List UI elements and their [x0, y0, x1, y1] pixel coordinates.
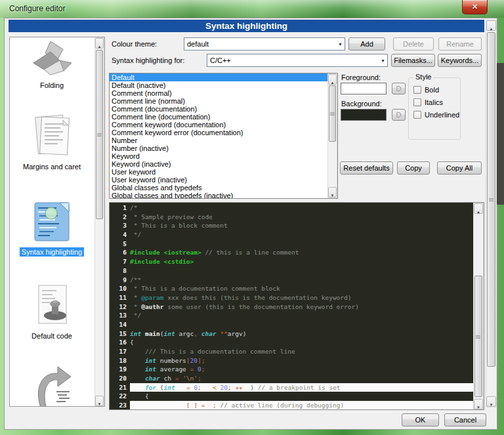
- sidebar-item-label: Margins and caret: [21, 162, 83, 171]
- code-line: 4 */: [110, 230, 473, 239]
- colour-theme-label: Colour theme:: [112, 40, 157, 48]
- style-list-item[interactable]: User keyword: [110, 168, 327, 176]
- sidebar-item-partial[interactable]: [10, 365, 94, 407]
- style-list-item[interactable]: Number: [110, 136, 327, 144]
- filemasks-button[interactable]: Filemasks...: [391, 54, 435, 67]
- sidebar-scrollbar[interactable]: ▲ ▼: [94, 37, 104, 406]
- colour-theme-select[interactable]: default ▼: [184, 37, 345, 51]
- style-list-item[interactable]: Global classes and typedefs (inactive): [110, 192, 327, 199]
- background-default-button[interactable]: D: [392, 109, 406, 121]
- add-button[interactable]: Add: [348, 37, 385, 51]
- style-list-item[interactable]: User keyword (inactive): [110, 176, 327, 184]
- scrollbar-grip: [476, 335, 480, 339]
- code-line: 20 char ch = '\n';: [110, 374, 473, 383]
- listbox-scrollbar-thumb[interactable]: [329, 85, 336, 142]
- dialog-scroll-up-button[interactable]: ▲: [486, 20, 496, 31]
- close-icon: ✕: [472, 3, 478, 10]
- desktop-background: Configure editor ✕ Syntax highlighting ▲…: [0, 0, 504, 435]
- window-title: Configure editor: [9, 4, 65, 13]
- style-list-item[interactable]: Keyword (inactive): [110, 160, 327, 168]
- scroll-up-icon: ▲: [476, 210, 480, 214]
- code-line: 21 for (int i = 0; i < 20; ++i ) // a br…: [110, 383, 473, 392]
- code-line: 2 * Sample preview code: [110, 213, 473, 222]
- style-list-item[interactable]: Comment (documentation): [110, 105, 327, 113]
- foreground-swatch[interactable]: [341, 83, 387, 94]
- curved-arrow-icon: [30, 365, 74, 407]
- style-list-item[interactable]: Comment (normal): [110, 89, 327, 97]
- style-listbox[interactable]: DefaultDefault (inactive)Comment (normal…: [109, 73, 338, 199]
- close-button[interactable]: ✕: [462, 0, 488, 14]
- code-line: 1/*: [110, 203, 473, 213]
- window-titlebar[interactable]: [0, 0, 504, 18]
- syntax-highlighting-icon: [30, 199, 74, 245]
- preview-scrollbar-thumb[interactable]: [474, 276, 482, 397]
- checkbox-italics-box[interactable]: [413, 98, 421, 106]
- keywords-button[interactable]: Keywords...: [438, 54, 482, 67]
- style-list-item[interactable]: Comment keyword (documentation): [110, 121, 327, 129]
- scroll-up-icon: ▲: [98, 45, 102, 49]
- style-list-item[interactable]: Number (inactive): [110, 144, 327, 152]
- style-list-item[interactable]: Default (inactive): [110, 81, 327, 89]
- style-list-item[interactable]: Comment line (normal): [110, 97, 327, 105]
- page-header: Syntax highlighting: [9, 20, 484, 32]
- code-line: 11 * @param xxx does this (this is the d…: [110, 293, 473, 302]
- sidebar-scroll-up-button[interactable]: ▲: [95, 38, 104, 49]
- background-label: Background:: [341, 100, 382, 108]
- sidebar-item-folding[interactable]: Folding: [10, 40, 94, 91]
- dialog-scrollbar-thumb[interactable]: [487, 32, 495, 367]
- chevron-down-icon: ▼: [381, 54, 385, 67]
- cancel-button[interactable]: Cancel: [444, 413, 486, 426]
- checkbox-bold-box[interactable]: [413, 86, 421, 94]
- scroll-down-icon: ▼: [331, 194, 335, 197]
- reset-defaults-button[interactable]: Reset defaults: [340, 161, 393, 175]
- code-line: 23 numbers[i] = i; // active line (durin…: [110, 401, 473, 410]
- background-swatch[interactable]: [341, 109, 387, 121]
- preview-scrollbar[interactable]: ▲ ▼: [473, 203, 484, 409]
- sidebar-item-label: Default code: [30, 331, 74, 341]
- style-list-item[interactable]: Comment keyword error (documentation): [110, 129, 327, 136]
- syntax-for-value: C/C++: [210, 56, 231, 64]
- dialog-scroll-down-button[interactable]: ▼: [486, 396, 496, 407]
- preview-scroll-up-button[interactable]: ▲: [474, 203, 483, 214]
- rename-button[interactable]: Rename: [438, 37, 482, 51]
- listbox-scroll-down-button[interactable]: ▼: [328, 187, 337, 197]
- code-line: 7#include <cstdio>: [110, 257, 473, 266]
- preview-scroll-down-button[interactable]: ▼: [474, 399, 483, 409]
- syntax-for-label: Syntax highlighting for:: [112, 56, 184, 64]
- ok-button[interactable]: OK: [402, 413, 439, 426]
- style-list-item[interactable]: Default: [110, 73, 327, 81]
- foreground-swatch-inner: [341, 83, 386, 94]
- listbox-scroll-up-button[interactable]: ▲: [328, 74, 337, 85]
- code-line: 9/**: [110, 276, 473, 285]
- style-list-item[interactable]: Global classes and typedefs: [110, 184, 327, 192]
- code-line: 6#include <iostream> // this is a line c…: [110, 248, 473, 257]
- style-list-item[interactable]: Keyword: [110, 152, 327, 160]
- checkbox-underlined-box[interactable]: [413, 111, 421, 119]
- delete-button[interactable]: Delete: [393, 37, 434, 51]
- copy-button[interactable]: Copy: [397, 161, 430, 175]
- sidebar-item-default-code[interactable]: Default code: [10, 283, 94, 341]
- listbox-scrollbar[interactable]: ▲ ▼: [327, 73, 337, 198]
- checkbox-underlined[interactable]: Underlined: [413, 111, 459, 119]
- code-line: 5: [110, 239, 473, 249]
- copy-all-button[interactable]: Copy All: [437, 161, 482, 175]
- desktop-wallpaper-patch: [497, 63, 504, 205]
- sidebar-scrollbar-thumb[interactable]: [96, 50, 103, 219]
- code-preview[interactable]: 1/*2 * Sample preview code3 * This is a …: [109, 202, 484, 410]
- sidebar-scroll-down-button[interactable]: ▼: [95, 396, 104, 406]
- checkbox-italics[interactable]: Italics: [413, 98, 443, 106]
- sidebar-item-label: Syntax highlighting: [20, 247, 84, 257]
- style-list-item[interactable]: Comment line (documentation): [110, 113, 327, 121]
- syntax-for-select[interactable]: C/C++ ▼: [207, 54, 388, 67]
- code-line: 14: [110, 320, 473, 329]
- code-line: 3 * This is a block comment: [110, 221, 473, 230]
- foreground-default-button[interactable]: D: [392, 83, 406, 94]
- sidebar-item-margins-and-caret[interactable]: Margins and caret: [10, 111, 94, 172]
- code-line: 13 */: [110, 311, 473, 320]
- foreground-label: Foreground:: [341, 73, 381, 81]
- dialog-scrollbar[interactable]: ▲ ▼: [486, 20, 497, 407]
- sidebar-item-syntax-highlighting[interactable]: Syntax highlighting: [10, 199, 94, 257]
- scrollbar-grip: [97, 133, 102, 136]
- code-line: 19 int average = 0;: [110, 365, 473, 374]
- checkbox-bold[interactable]: Bold: [413, 86, 439, 94]
